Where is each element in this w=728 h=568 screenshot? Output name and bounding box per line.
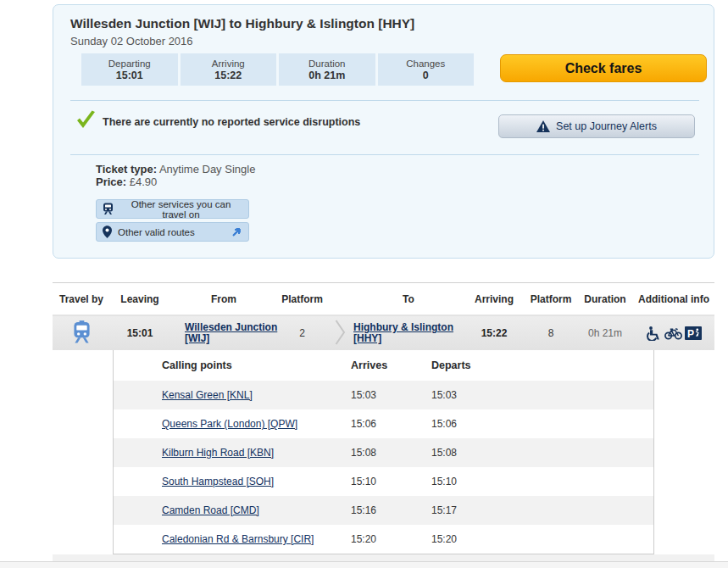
header-platform-to: Platform [525,293,577,305]
journey-to-platform: 8 [525,327,577,339]
header-platform-from: Platform [278,293,326,305]
train-icon [103,203,114,215]
station-link[interactable]: Caledonian Rd & Barnsbury [CIR] [162,533,314,545]
journey-chevron-cell [326,319,353,348]
departs-time: 15:03 [431,389,653,401]
calling-point-row: Kilburn High Road [KBN] 15:08 15:08 [114,438,653,467]
station-link[interactable]: Kilburn High Road [KBN] [162,447,274,459]
page-title: Willesden Junction [WIJ] to Highbury & I… [70,16,414,31]
bottom-bar [0,561,728,568]
table-header-row: Travel by Leaving From Platform To Arriv… [53,283,714,316]
departs-header: Departs [431,359,653,371]
stat-label: Changes [406,58,445,70]
other-services-button[interactable]: Other services you can travel on [96,199,249,219]
calling-point-row: South Hampstead [SOH] 15:10 15:10 [114,467,653,496]
stat-label: Departing [108,58,151,70]
additional-info-cell: P [633,326,714,341]
header-leaving: Leaving [110,293,169,305]
other-valid-routes-button[interactable]: Other valid routes [96,222,249,242]
journey-alerts-button[interactable]: Set up Journey Alerts [498,114,695,138]
price-value: £4.90 [130,175,158,188]
arrives-time: 15:06 [351,418,431,430]
station-parking-icon: P [685,326,702,340]
header-travel-by: Travel by [53,293,110,305]
ticket-type-label: Ticket type: [96,163,157,175]
departs-time: 15:17 [431,504,653,516]
svg-text:P: P [687,328,694,340]
external-link-icon [231,226,242,237]
arrives-time: 15:03 [351,389,431,401]
journey-stats-bar: Departing 15:01 Arriving 15:22 Duration … [81,53,474,86]
journey-to-cell: Highbury & Islington [HHY] [353,322,464,344]
journey-alerts-label: Set up Journey Alerts [556,120,657,132]
calling-points-box: Calling points Arrives Departs Kensal Gr… [113,350,654,554]
divider [70,154,699,155]
stat-value: 15:22 [214,70,242,82]
calling-point-row: Queens Park (London) [QPW] 15:06 15:06 [114,409,653,438]
departs-time: 15:06 [431,418,653,430]
price-label: Price: [96,175,126,188]
from-station-link[interactable]: Willesden Junction [WIJ] [185,322,278,344]
travel-by-cell [53,320,110,346]
to-station-link[interactable]: Highbury & Islington [HHY] [353,322,464,344]
header-to: To [353,293,464,305]
journey-arriving-time: 15:22 [464,327,525,339]
other-services-label: Other services you can travel on [119,199,242,220]
journeys-table: Travel by Leaving From Platform To Arriv… [53,282,714,562]
train-mode-icon [73,320,91,343]
departs-time: 15:08 [431,447,653,459]
divider [70,100,699,101]
station-link[interactable]: South Hampstead [SOH] [162,476,274,487]
check-icon [75,110,97,130]
check-fares-button[interactable]: Check fares [500,54,707,82]
stat-value: 0h 21m [308,70,345,82]
journey-date: Sunday 02 October 2016 [70,35,193,47]
arrives-header: Arrives [351,359,431,371]
arrives-time: 15:16 [351,504,431,516]
ticket-type-value: Anytime Day Single [159,163,255,175]
ticket-type-line: Ticket type: Anytime Day Single [96,163,255,175]
bicycle-icon [664,327,682,340]
journey-from-cell: Willesden Junction [WIJ] [169,322,278,344]
calling-points-header: Calling points [162,359,351,371]
station-link[interactable]: Queens Park (London) [QPW] [162,418,297,430]
wheelchair-icon [646,326,662,341]
calling-point-row: Caledonian Rd & Barnsbury [CIR] 15:20 15… [114,525,653,554]
calling-point-row: Camden Road [CMD] 15:16 15:17 [114,496,653,525]
header-from: From [169,293,278,305]
stat-value: 15:01 [116,70,143,82]
stat-duration: Duration 0h 21m [279,53,375,86]
map-pin-icon [103,226,112,238]
journey-from-platform: 2 [278,327,326,339]
disruption-message: There are currently no reported service … [103,116,360,128]
journey-row: 15:01 Willesden Junction [WIJ] 2 Highbur… [53,316,714,350]
arrives-time: 15:10 [351,476,431,487]
calling-points-header-row: Calling points Arrives Departs [114,350,653,381]
warning-triangle-icon [536,120,550,132]
journey-duration: 0h 21m [577,327,633,339]
stat-label: Duration [308,58,345,70]
departs-time: 15:20 [431,533,653,545]
header-duration: Duration [577,293,633,305]
departs-time: 15:10 [431,476,653,487]
header-additional-info: Additional info [633,293,714,305]
journey-summary-panel: Willesden Junction [WIJ] to Highbury & I… [53,4,714,259]
arrives-time: 15:20 [351,533,431,545]
station-link[interactable]: Camden Road [CMD] [162,504,259,516]
station-link[interactable]: Kensal Green [KNL] [162,389,253,401]
arrives-time: 15:08 [351,447,431,459]
stat-departing: Departing 15:01 [81,53,178,86]
chevron-right-icon [335,319,346,346]
journey-results-page: Willesden Junction [WIJ] to Highbury & I… [0,0,728,568]
stat-value: 0 [423,70,429,82]
header-arriving: Arriving [464,293,525,305]
stat-label: Arriving [212,58,245,70]
other-valid-routes-label: Other valid routes [118,227,195,237]
price-line: Price: £4.90 [96,175,157,188]
journey-leaving-time: 15:01 [110,327,169,339]
stat-arriving: Arriving 15:22 [181,53,277,86]
calling-point-row: Kensal Green [KNL] 15:03 15:03 [114,381,653,409]
stat-changes: Changes 0 [378,53,475,86]
